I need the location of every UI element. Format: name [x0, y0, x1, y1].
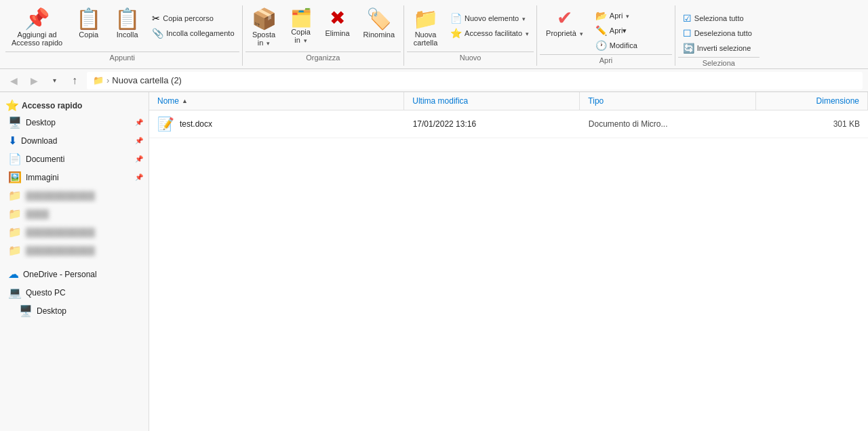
- copy2-icon: 🗂️: [290, 9, 312, 26]
- desktop-icon: 🖥️: [8, 116, 22, 129]
- folder-blurred-icon-1: 📁: [8, 189, 22, 202]
- ribbon-section-nuovo: 📁 Nuovacartella 📄 Nuovo elemento ▾ ⭐ Acc…: [407, 3, 534, 68]
- pin-icon4: 📌: [135, 173, 143, 181]
- move-icon: 📦: [252, 9, 277, 29]
- sidebar-item-blurred-1[interactable]: 📁 ████████████: [0, 186, 149, 205]
- delete-icon: ✖: [330, 9, 345, 28]
- sidebar-item-desktop-pc[interactable]: 🖥️ Desktop: [0, 302, 149, 320]
- column-header-tipo[interactable]: Tipo: [580, 92, 755, 110]
- appunti-label: Appunti: [5, 52, 239, 63]
- file-size-cell: 301 KB: [756, 117, 868, 131]
- star-icon: ⭐: [5, 99, 19, 112]
- new-folder-icon: 📁: [413, 9, 438, 29]
- history-icon: 🕐: [595, 40, 607, 51]
- edit-icon: ✏️: [595, 25, 607, 36]
- copy-icon: 📋: [76, 9, 101, 29]
- folder-blurred-icon-3: 📁: [8, 226, 22, 239]
- folder-blurred-icon-4: 📁: [8, 244, 22, 257]
- copia-in-button[interactable]: 🗂️ Copiain ▾: [284, 5, 318, 47]
- file-name-label: test.docx: [180, 119, 212, 129]
- quick-access-icon: ⭐: [450, 28, 462, 39]
- invert-selection-icon: 🔄: [683, 43, 694, 54]
- sidebar-item-blurred-2[interactable]: 📁 ████: [0, 205, 149, 223]
- word-icon: 📝: [157, 116, 174, 132]
- seleziona-tutto-button[interactable]: ☑ Seleziona tutto: [678, 11, 760, 26]
- sidebar-item-desktop[interactable]: 🖥️ Desktop 📌: [0, 113, 149, 131]
- select-all-icon: ☑: [683, 13, 692, 24]
- properties-icon: ✔: [557, 9, 572, 28]
- incolla-button[interactable]: 📋 Incolla: [108, 5, 146, 42]
- documents-icon: 📄: [8, 152, 22, 165]
- file-column-headers: Nome ▲ Ultima modifica Tipo Dimensione: [149, 92, 868, 110]
- deseleziona-tutto-button[interactable]: ☐ Deseleziona tutto: [678, 26, 760, 41]
- sidebar-questo-pc-label: Questo PC: [26, 288, 66, 297]
- path-segment: Nuova cartella (2): [112, 75, 182, 85]
- sidebar-item-blurred-4[interactable]: 📁 ████████████: [0, 241, 149, 260]
- seleziona-label: Seleziona: [678, 57, 760, 68]
- download-icon: ⬇: [8, 134, 17, 147]
- file-size-label: 301 KB: [833, 119, 860, 129]
- inverti-selezione-button[interactable]: 🔄 Inverti selezione: [678, 41, 760, 56]
- nuovo-label: Nuovo: [407, 52, 534, 63]
- sidebar-blurred-label-3: ████████████: [26, 228, 95, 237]
- aggiungi-accesso-rapido-button[interactable]: 📌 Aggiungi ad Accesso rapido: [5, 5, 68, 50]
- column-header-nome[interactable]: Nome ▲: [149, 92, 404, 110]
- sidebar-section-accesso-rapido[interactable]: ⭐ Accesso rapido: [0, 95, 149, 113]
- elimina-button[interactable]: ✖ Elimina: [319, 5, 356, 41]
- up-button[interactable]: ↑: [66, 73, 83, 89]
- copia-button[interactable]: 📋 Copia: [70, 5, 107, 42]
- sidebar-item-questo-pc[interactable]: 💻 Questo PC: [0, 283, 149, 302]
- nuovo-elemento-button[interactable]: 📄 Nuovo elemento ▾: [446, 11, 534, 26]
- incolla-collegamento-button[interactable]: 📎 Incolla collegamento: [147, 26, 239, 41]
- accesso-facilitato-button[interactable]: ⭐ Accesso facilitato ▾: [446, 26, 534, 41]
- sidebar-onedrive-label: OneDrive - Personal: [23, 270, 97, 279]
- images-icon: 🖼️: [8, 171, 22, 184]
- pin-icon: 📌: [135, 119, 143, 126]
- address-bar: ◀ ▶ ▾ ↑ 📁 › Nuova cartella (2): [0, 69, 868, 92]
- folder-blurred-icon-2: 📁: [8, 207, 22, 220]
- sidebar-blurred-label-1: ████████████: [26, 191, 95, 201]
- ribbon: 📌 Aggiungi ad Accesso rapido 📋 Copia 📋 I…: [0, 0, 868, 69]
- proprieta-button[interactable]: ✔ Proprietà ▾: [540, 5, 589, 41]
- sidebar: ⭐ Accesso rapido 🖥️ Desktop 📌 ⬇ Download…: [0, 92, 149, 431]
- sidebar-item-onedrive[interactable]: ☁ OneDrive - Personal: [0, 265, 149, 283]
- column-header-ultima-modifica[interactable]: Ultima modifica: [404, 92, 580, 110]
- cronologia-button[interactable]: 🕐 Modifica: [591, 38, 672, 53]
- apri-label: Apri: [540, 54, 672, 66]
- folder-icon: 📁: [93, 75, 104, 85]
- sidebar-desktop-pc-label: Desktop: [37, 306, 66, 316]
- nuova-cartella-button[interactable]: 📁 Nuovacartella: [407, 5, 444, 50]
- sidebar-item-immagini[interactable]: 🖼️ Immagini 📌: [0, 168, 149, 186]
- sidebar-immagini-label: Immagini: [26, 173, 59, 182]
- rinomina-button[interactable]: 🏷️ Rinomina: [357, 5, 401, 42]
- sidebar-section-label: Accesso rapido: [22, 101, 82, 110]
- paste-icon: 📋: [115, 9, 140, 29]
- rename-icon: 🏷️: [366, 9, 391, 29]
- address-path[interactable]: 📁 › Nuova cartella (2): [87, 72, 863, 89]
- sposta-in-button[interactable]: 📦 Spostain ▾: [245, 5, 283, 50]
- sidebar-item-download[interactable]: ⬇ Download 📌: [0, 131, 149, 150]
- questo-pc-icon: 💻: [8, 286, 22, 299]
- column-header-dimensione[interactable]: Dimensione: [756, 92, 868, 110]
- open-icon: 📂: [595, 10, 607, 21]
- sidebar-item-blurred-3[interactable]: 📁 ████████████: [0, 223, 149, 241]
- copia-percorso-button[interactable]: ✂ Copia percorso: [147, 11, 239, 26]
- forward-button[interactable]: ▶: [26, 73, 42, 89]
- table-row[interactable]: 📝 test.docx 17/01/2022 13:16 Documento d…: [149, 110, 868, 138]
- file-type-cell: Documento di Micro...: [580, 117, 756, 131]
- modifica-button[interactable]: ✏️ Apri▾: [591, 23, 672, 38]
- desktop-pc-icon: 🖥️: [19, 304, 33, 317]
- pin-icon2: 📌: [135, 137, 143, 144]
- ribbon-section-apri: ✔ Proprietà ▾ 📂 Apri ▾ ✏️ Apri▾ 🕐: [540, 3, 672, 68]
- ribbon-section-organizza: 📦 Spostain ▾ 🗂️ Copiain ▾ ✖ Elimina 🏷️ R…: [245, 3, 401, 68]
- file-name-cell: 📝 test.docx: [149, 113, 405, 135]
- deselect-all-icon: ☐: [683, 28, 692, 39]
- apri-button[interactable]: 📂 Apri ▾: [591, 8, 672, 23]
- sidebar-item-documenti[interactable]: 📄 Documenti 📌: [0, 150, 149, 168]
- pushpin-icon: 📌: [24, 9, 50, 29]
- dropdown-button[interactable]: ▾: [46, 73, 62, 89]
- link-icon: 📎: [152, 28, 163, 39]
- ribbon-section-appunti: 📌 Aggiungi ad Accesso rapido 📋 Copia 📋 I…: [5, 3, 239, 68]
- back-button[interactable]: ◀: [5, 73, 22, 89]
- file-area: Nome ▲ Ultima modifica Tipo Dimensione 📝…: [149, 92, 868, 431]
